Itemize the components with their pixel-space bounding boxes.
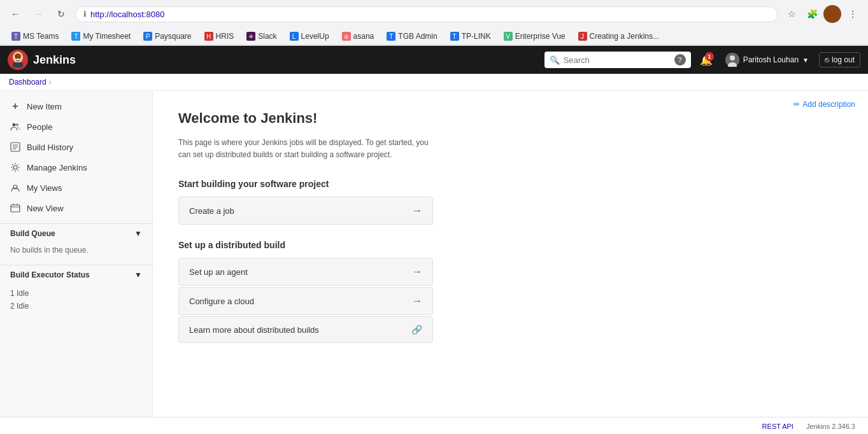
build-executor-title: Build Executor Status [10,270,90,279]
sidebar-item-manage-jenkins[interactable]: Manage Jenkins [0,157,152,178]
people-icon [10,122,20,132]
bookmark-timesheet[interactable]: T My Timesheet [66,30,136,43]
executor-2-number: 2 [10,302,15,311]
levelup-favicon: L [290,32,299,41]
build-queue-collapse-icon: ▼ [134,229,142,238]
user-menu[interactable]: Paritosh Louhan ▼ [720,50,814,69]
bookmark-star-button[interactable]: ☆ [783,5,800,23]
bookmark-asana[interactable]: a asana [337,30,380,43]
build-executor-content: 1 Idle 2 Idle [0,284,152,318]
logout-button[interactable]: ⎋ log out [819,52,860,67]
section-build-title: Start building your software project [178,179,843,189]
jenkins-search: 🔍 ? [544,52,691,68]
svg-rect-16 [11,205,20,212]
svg-point-3 [19,57,20,59]
jenkins-version: Jenkins 2.346.3 [806,423,855,430]
browser-toolbar: ← → ↻ ℹ http://localhost:8080 ☆ 🧩 ⋮ [0,0,868,28]
executor-1-number: 1 [10,289,15,298]
notification-badge: 1 [705,52,714,61]
bookmark-slack[interactable]: ✳ Slack [241,30,281,43]
build-queue-section: Build Queue ▼ No builds in the queue. [0,223,152,260]
sidebar: + New Item People Build History Manage [0,91,153,417]
jenkins-title: Jenkins [33,53,76,67]
bookmark-ms-teams[interactable]: T MS Teams [6,30,64,43]
sidebar-item-new-view[interactable]: New View [0,198,152,218]
jenkins-app: Jenkins 🔍 ? 🔔 1 Paritosh Louhan [0,46,868,434]
forward-button[interactable]: → [29,5,47,23]
bookmark-label: TP-LINK [462,32,491,41]
browser-chrome: ← → ↻ ℹ http://localhost:8080 ☆ 🧩 ⋮ T MS… [0,0,868,46]
extensions-button[interactable]: 🧩 [803,5,821,23]
jenkins-butler-icon [9,51,27,69]
executor-1: 1 Idle [10,287,142,300]
executor-2-status: Idle [17,302,29,311]
build-queue-title: Build Queue [10,229,55,238]
svg-point-15 [13,185,17,189]
bookmark-enterprise-vue[interactable]: V Enterprise Vue [499,30,571,43]
breadcrumb-separator: › [49,78,52,87]
jenkins-footer: REST API Jenkins 2.346.3 [0,417,868,434]
header-actions: 🔔 1 Paritosh Louhan ▼ ⎋ log out [697,50,860,69]
url-display: http://localhost:8080 [90,10,164,19]
breadcrumb-dashboard-link[interactable]: Dashboard [9,78,46,87]
profile-button[interactable] [823,5,841,23]
bookmark-label: MS Teams [23,32,59,41]
sidebar-item-new-item[interactable]: + New Item [0,96,152,116]
bookmark-label: Slack [258,32,276,41]
create-job-card[interactable]: Create a job → [178,197,433,225]
rest-api-link[interactable]: REST API [762,423,793,430]
svg-point-6 [730,55,735,60]
executor-2: 2 Idle [10,300,142,312]
bookmark-label: Paysquare [155,32,191,41]
svg-rect-4 [13,62,23,67]
ms-teams-favicon: T [11,32,20,41]
bookmark-paysquare[interactable]: P Paysquare [138,30,196,43]
build-executor-collapse-icon: ▼ [134,270,142,279]
notification-bell[interactable]: 🔔 1 [697,51,715,69]
user-dropdown-arrow: ▼ [802,57,809,64]
svg-point-8 [13,123,16,127]
lock-icon: ℹ [83,10,87,18]
svg-point-14 [13,165,17,169]
build-executor-header[interactable]: Build Executor Status ▼ [0,265,152,284]
back-button[interactable]: ← [6,5,24,23]
my-views-icon [10,183,20,193]
hris-favicon: H [204,32,213,41]
sidebar-item-build-history[interactable]: Build History [0,137,152,157]
jenkins-logo[interactable]: Jenkins [8,50,76,70]
welcome-title: Welcome to Jenkins! [178,110,843,127]
search-help-button[interactable]: ? [674,54,686,66]
section-distributed-title: Set up a distributed build [178,240,843,250]
bookmark-tp-link[interactable]: T TP-LINK [445,30,496,43]
menu-button[interactable]: ⋮ [844,5,862,23]
bookmark-label: asana [353,32,374,41]
sidebar-label-my-views: My Views [27,183,62,193]
svg-point-9 [16,123,18,126]
bookmark-hris[interactable]: H HRIS [199,30,239,43]
logout-icon: ⎋ [825,55,829,64]
learn-more-card[interactable]: Learn more about distributed builds 🔗 [178,316,433,343]
paysquare-favicon: P [143,32,152,41]
user-avatar-icon [725,53,739,67]
bookmark-label: My Timesheet [83,32,131,41]
build-queue-header[interactable]: Build Queue ▼ [0,224,152,243]
reload-button[interactable]: ↻ [52,5,70,23]
section-build: Start building your software project Cre… [178,179,843,225]
setup-agent-card[interactable]: Set up an agent → [178,258,433,286]
bookmark-creating-jenkins[interactable]: J Creating a Jenkins... [573,30,664,43]
browser-actions: ☆ 🧩 ⋮ [783,5,862,23]
add-description-link[interactable]: ✏ Add description [793,100,855,109]
create-job-label: Create a job [189,206,234,216]
configure-cloud-label: Configure a cloud [189,297,254,306]
sidebar-item-people[interactable]: People [0,116,152,137]
search-input[interactable] [564,55,671,65]
sidebar-item-my-views[interactable]: My Views [0,178,152,198]
address-bar[interactable]: ℹ http://localhost:8080 [75,6,778,22]
setup-agent-label: Set up an agent [189,267,248,277]
bookmark-levelup[interactable]: L LevelUp [285,30,334,43]
configure-cloud-arrow: → [412,295,422,307]
configure-cloud-card[interactable]: Configure a cloud → [178,287,433,315]
tplink-favicon: T [450,32,459,41]
bookmarks-bar: T MS Teams T My Timesheet P Paysquare H … [0,28,868,45]
bookmark-tgb-admin[interactable]: T TGB Admin [381,30,442,43]
